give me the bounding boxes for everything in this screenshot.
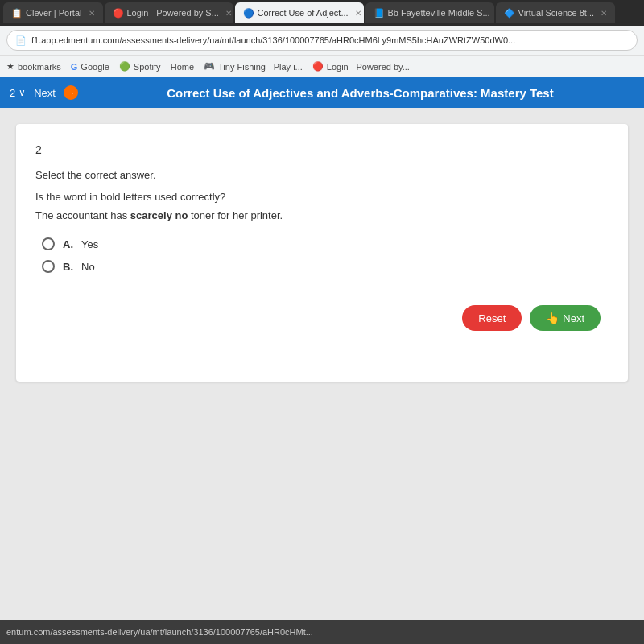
page-header: 2 ∨ Next → Correct Use of Adjectives and… [0,77,644,108]
radio-a[interactable] [42,237,55,250]
bookmark-icon-spotify: 🟢 [119,61,130,72]
question-container: 2 Select the correct answer. Is the word… [16,124,628,382]
tab-clever-portal[interactable]: 📋 Clever | Portal ✕ [3,2,103,23]
tab-close-clever[interactable]: ✕ [89,9,95,18]
radio-b[interactable] [42,260,55,273]
next-arrow-icon: → [66,88,75,97]
tab-login[interactable]: 🔴 Login - Powered by S... ✕ [105,2,233,23]
bookmark-icon-bookmarks: ★ [6,61,14,72]
question-number-label: 2 [35,143,609,156]
sentence-before: The accountant has [35,209,130,221]
next-button[interactable]: 👆 Next [530,305,601,331]
webpage: 2 ∨ Next → Correct Use of Adjectives and… [0,77,644,620]
next-button-label: Next [563,312,584,324]
option-b-text: No [81,261,95,273]
answer-options: A. Yes B. No [42,237,609,273]
bookmark-tiny-fishing[interactable]: 🎮 Tiny Fishing - Play i... [204,61,303,72]
sentence-text: The accountant has scarcely no toner for… [35,209,609,221]
tab-close-login[interactable]: ✕ [225,9,232,18]
bookmark-icon-login2: 🔴 [312,61,324,72]
option-a-label: A. [63,238,73,250]
question-main-text: Is the word in bold letters used correct… [35,191,609,203]
instruction-text: Select the correct answer. [35,169,609,181]
tab-label-virtual: Virtual Science 8t... [518,8,595,18]
option-b[interactable]: B. No [42,260,609,273]
page-icon: 📄 [15,35,27,46]
tab-label-login: Login - Powered by S... [127,8,219,18]
bookmark-label-google: Google [80,62,109,72]
address-bar[interactable]: 📄 f1.app.edmentum.com/assessments-delive… [6,30,638,51]
tab-icon-login: 🔴 [113,8,124,19]
tab-fayetteville[interactable]: 📘 Bb Fayetteville Middle S... ✕ [365,2,494,23]
browser-chrome: 📋 Clever | Portal ✕ 🔴 Login - Powered by… [0,0,644,77]
sentence-after: toner for her printer. [188,209,283,221]
tab-correct-use[interactable]: 🔵 Correct Use of Adject... ✕ [235,2,364,23]
nav-next-arrow[interactable]: → [64,85,78,100]
bookmark-google[interactable]: G Google [71,62,109,72]
page-title: Correct Use of Adjectives and Adverbs-Co… [86,86,634,100]
bookmark-login[interactable]: 🔴 Login - Powered by... [312,61,410,72]
address-bar-row: 📄 f1.app.edmentum.com/assessments-delive… [0,26,644,55]
tab-label-fayetteville: Bb Fayetteville Middle S... [388,8,490,18]
bookmarks-bar: ★ bookmarks G Google 🟢 Spotify – Home 🎮 … [0,55,644,77]
option-a[interactable]: A. Yes [42,237,609,250]
sentence-bold: scarcely no [130,209,188,221]
cursor-icon: 👆 [546,312,559,324]
tab-icon-clever: 📋 [11,8,23,19]
bookmark-label-login2: Login - Powered by... [327,62,410,72]
tab-close-correct[interactable]: ✕ [355,9,361,18]
bookmark-label-fishing: Tiny Fishing - Play i... [218,62,303,72]
nav-next-label[interactable]: Next [34,87,56,99]
page-title-bold: Mastery Test [481,86,554,100]
tab-icon-virtual: 🔷 [504,8,515,19]
nav-question-number: 2 [10,87,15,99]
tab-close-virtual[interactable]: ✕ [601,9,607,18]
question-nav: 2 ∨ [10,87,26,99]
status-url: entum.com/assessments-delivery/ua/mt/lau… [6,627,313,637]
bookmark-icon-google: G [71,62,78,72]
bookmark-icon-fishing: 🎮 [204,61,215,72]
tab-icon-fayetteville: 📘 [374,8,385,19]
reset-button[interactable]: Reset [462,305,522,331]
tab-icon-correct: 🔵 [243,8,254,19]
tab-label-correct: Correct Use of Adject... [258,8,349,18]
option-b-label: B. [63,261,73,273]
tab-label-clever: Clever | Portal [26,8,82,18]
bookmark-label-bookmarks: bookmarks [18,62,61,72]
tab-virtual-science[interactable]: 🔷 Virtual Science 8t... ✕ [496,2,616,23]
nav-dropdown-arrow[interactable]: ∨ [19,87,26,98]
bookmark-bookmarks[interactable]: ★ bookmarks [6,61,61,72]
buttons-row: Reset 👆 Next [35,305,609,331]
bookmark-label-spotify: Spotify – Home [134,62,194,72]
tab-bar: 📋 Clever | Portal ✕ 🔴 Login - Powered by… [0,0,644,26]
option-a-text: Yes [81,238,98,250]
status-bar: entum.com/assessments-delivery/ua/mt/lau… [0,620,644,644]
bookmark-spotify[interactable]: 🟢 Spotify – Home [119,61,194,72]
address-text: f1.app.edmentum.com/assessments-delivery… [31,35,515,45]
page-title-plain: Correct Use of Adjectives and Adverbs-Co… [167,86,477,100]
